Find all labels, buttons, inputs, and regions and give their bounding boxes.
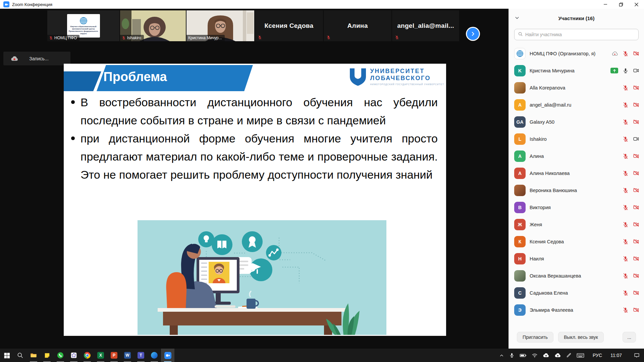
- university-subtitle: НИЖЕГОРОДСКИЙ ГОСУДАРСТВЕННЫЙ УНИВЕРСИТЕ…: [370, 83, 444, 85]
- participant-status-icons: [623, 153, 639, 159]
- pen-icon[interactable]: [566, 353, 572, 358]
- restore-button[interactable]: [613, 0, 629, 9]
- avatar-initial: A: [514, 99, 526, 111]
- participant-name: НОМЦ ПФО (Организатор, я): [530, 51, 611, 56]
- cloud-upload-icon[interactable]: [554, 353, 561, 358]
- participant-row[interactable]: ННаиля: [514, 250, 639, 267]
- wifi-icon[interactable]: [532, 353, 538, 358]
- mic-muted-icon: [623, 239, 629, 245]
- notification-center-icon[interactable]: [634, 352, 640, 359]
- video-tile[interactable]: angel_alia@mail...: [392, 10, 459, 41]
- avatar-logo: [514, 48, 526, 59]
- participant-search-box[interactable]: [514, 29, 639, 40]
- search-input[interactable]: [525, 32, 635, 37]
- mic-muted-icon: [623, 273, 629, 279]
- avatar-photo: [514, 185, 526, 196]
- taskbar-search-icon[interactable]: [13, 349, 27, 362]
- tile-name-label: Кристина Мичур...: [186, 35, 225, 41]
- avatar-initial: A: [514, 150, 526, 162]
- video-tile[interactable]: Научно-образовательныйматематический цен…: [47, 10, 119, 41]
- taskbar-whatsapp-icon[interactable]: [54, 349, 67, 362]
- slide-title-banner-accent: [64, 71, 101, 91]
- taskbar-zoom-icon[interactable]: [161, 349, 174, 362]
- camera-off-icon: [633, 204, 639, 210]
- taskbar-teams-icon[interactable]: T: [134, 349, 148, 362]
- avatar-initial: Ж: [514, 219, 526, 230]
- participant-name: Наиля: [530, 256, 623, 261]
- taskbar-geogebra-icon[interactable]: [67, 349, 80, 362]
- slide-illustration: [138, 220, 386, 335]
- participant-name: Оксана Веркашанцева: [530, 273, 623, 279]
- participant-row[interactable]: НОМЦ ПФО (Организатор, я): [514, 45, 639, 62]
- clock[interactable]: 11:07: [610, 353, 622, 358]
- cloud-upload-icon[interactable]: [543, 353, 549, 358]
- participant-name: Ксения Седова: [530, 239, 623, 244]
- slide-title: Проблема: [107, 64, 164, 90]
- participant-row[interactable]: Aangel_alia@mail.ru: [514, 96, 639, 113]
- university-name-line2: ЛОБАЧЕВСКОГО: [370, 75, 444, 82]
- battery-icon[interactable]: [520, 353, 527, 358]
- taskbar-edge-icon[interactable]: [148, 349, 161, 362]
- participants-header: Участники (16): [509, 13, 644, 23]
- participant-status-icons: [623, 170, 639, 176]
- avatar-initial: С: [514, 287, 526, 299]
- video-tile[interactable]: Алина: [324, 10, 391, 41]
- camera-off-icon: [633, 119, 639, 125]
- camera-off-icon: [633, 50, 639, 57]
- taskbar-powerpoint-icon[interactable]: P: [107, 349, 121, 362]
- mic-muted-icon: [326, 35, 331, 40]
- taskbar-start-icon[interactable]: [0, 349, 13, 362]
- camera-off-icon: [633, 307, 639, 313]
- participant-row[interactable]: GAGalaxy A50: [514, 113, 639, 130]
- participant-row[interactable]: AАлина Николаева: [514, 165, 639, 182]
- shared-slide: Проблема УНИВЕРСИТЕТ ЛОБАЧЕВСКОГО НИЖЕГО…: [64, 64, 446, 336]
- language-indicator[interactable]: РУС: [593, 353, 602, 358]
- taskbar-word-icon[interactable]: W: [121, 349, 134, 362]
- taskbar-sticky-notes-icon[interactable]: [40, 349, 54, 362]
- participant-row[interactable]: ККсения Седова: [514, 233, 639, 250]
- camera-on-icon: [633, 136, 639, 142]
- close-button[interactable]: [629, 0, 644, 9]
- participant-status-icons: [623, 102, 639, 108]
- taskbar-excel-icon[interactable]: X: [94, 349, 107, 362]
- mute-all-button[interactable]: Выкл. весь звук: [558, 332, 604, 343]
- invite-button[interactable]: Пригласить: [517, 332, 553, 343]
- avatar-initial: К: [514, 236, 526, 247]
- participant-status-icons: [623, 187, 639, 193]
- mic-muted-icon: [623, 136, 629, 142]
- video-tile[interactable]: Кристина Мичур...: [186, 10, 254, 41]
- next-participants-button[interactable]: [467, 28, 479, 40]
- camera-off-icon: [633, 238, 639, 245]
- mic-muted-icon: [623, 307, 629, 313]
- tray-expand-icon[interactable]: [499, 353, 504, 358]
- camera-off-icon: [633, 187, 639, 193]
- minimize-button[interactable]: [598, 0, 613, 9]
- participant-row[interactable]: ВВиктория: [514, 199, 639, 216]
- more-options-button[interactable]: ...: [623, 332, 636, 343]
- video-tile[interactable]: Ishakiro: [120, 10, 186, 41]
- participants-title: Участники (16): [558, 15, 595, 21]
- touch-keyboard-icon[interactable]: [577, 353, 584, 358]
- center-globe-icon: [80, 17, 87, 24]
- mic-muted-icon: [623, 102, 629, 108]
- mic-muted-icon: [623, 222, 629, 228]
- slide-bullet: В востребованности дистанционного обучен…: [68, 93, 438, 129]
- recording-indicator: Запись...: [3, 52, 70, 65]
- tile-name-label: Ishakiro: [120, 35, 144, 41]
- participant-row[interactable]: ЭЭльмира Фазлеева: [514, 301, 639, 318]
- video-tile[interactable]: Ксения Седова: [255, 10, 323, 41]
- microphone-icon[interactable]: [509, 353, 515, 358]
- participant-status-icons: [623, 255, 639, 262]
- taskbar-chrome-icon[interactable]: [80, 349, 94, 362]
- participant-row[interactable]: Вероника Ванюшина: [514, 182, 639, 199]
- participant-row[interactable]: ЖЖеня: [514, 216, 639, 233]
- search-icon: [518, 32, 523, 38]
- participant-row[interactable]: AАлина: [514, 147, 639, 165]
- taskbar-explorer-icon[interactable]: [27, 349, 40, 362]
- participant-row[interactable]: ССадыкова Елена: [514, 284, 639, 301]
- participant-row[interactable]: LIshakiro: [514, 130, 639, 147]
- chevron-down-icon[interactable]: [514, 15, 520, 21]
- participant-row[interactable]: KКристина Мичурина: [514, 62, 639, 79]
- participant-row[interactable]: Оксана Веркашанцева: [514, 267, 639, 284]
- participant-row[interactable]: Alla Korepanova: [514, 79, 639, 96]
